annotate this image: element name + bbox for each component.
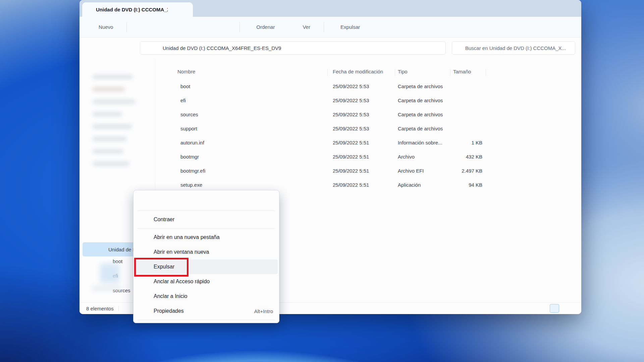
file-name: sources [180, 112, 198, 117]
copy-icon [152, 23, 159, 31]
search-box[interactable]: Buscar en Unidad de DVD (I:) CCCOMA_X... [452, 41, 575, 55]
dvd-drive-icon [145, 45, 151, 51]
file-name: bootmgr [180, 154, 199, 160]
context-menu-item-abrir-en-ventana-nueva[interactable]: Abrir en ventana nueva [135, 245, 278, 259]
column-header-type[interactable]: Tipo [398, 69, 408, 74]
redacted-sidebar-items [85, 67, 152, 183]
search-placeholder: Buscar en Unidad de DVD (I:) CCCOMA_X... [465, 45, 566, 51]
file-name: support [180, 126, 197, 131]
file-date: 25/09/2022 5:51 [327, 168, 395, 174]
file-size: 94 KB [450, 182, 486, 188]
file-icon [171, 112, 176, 117]
redacted-sidebar-item [85, 259, 135, 298]
column-header-name[interactable]: Nombre [177, 69, 195, 74]
paste-icon [170, 23, 177, 31]
column-header-date[interactable]: Fecha de modificación [333, 69, 383, 74]
file-type: Carpeta de archivos [395, 126, 450, 131]
list-view-icon [293, 23, 300, 31]
file-icon [171, 98, 176, 103]
paste-button[interactable] [167, 21, 181, 33]
context-menu-item-propiedades[interactable]: Propiedades Alt+Intro [135, 304, 278, 318]
file-icon [171, 168, 176, 174]
file-row[interactable]: support 25/09/2022 5:53 Carpeta de archi… [155, 121, 581, 135]
breadcrumb-path: Unidad de DVD (I:) CCCOMA_X64FRE_ES-ES_D… [163, 45, 423, 51]
refresh-button[interactable] [431, 42, 443, 54]
file-name: efi [180, 98, 186, 103]
more-options-button[interactable] [368, 21, 382, 33]
file-row[interactable]: bootmgr.efi 25/09/2022 5:51 Archivo EFI … [155, 164, 581, 178]
search-icon [456, 45, 462, 51]
cut-button[interactable] [130, 21, 144, 33]
new-tab-icon [141, 234, 148, 241]
context-menu-quick-actions [135, 192, 278, 209]
close-button[interactable] [563, 0, 579, 13]
file-date: 25/09/2022 5:51 [327, 154, 395, 160]
tab-close-icon[interactable] [180, 5, 189, 14]
context-menu-item-abrir-en-una-nueva-pesta-a[interactable]: Abrir en una nueva pestaña [135, 230, 278, 245]
file-type: Aplicación [395, 182, 450, 188]
collapse-icon [141, 216, 148, 223]
tab-bar: Unidad de DVD (I:) CCCOMA_X64FRE_ES-ES_D… [79, 0, 581, 17]
file-row[interactable]: efi 25/09/2022 5:53 Carpeta de archivos [155, 93, 581, 107]
large-icons-view-toggle[interactable] [560, 304, 570, 313]
command-toolbar: Nuevo Ordenar Ver [79, 17, 581, 38]
eject-button[interactable]: Expulsar [327, 21, 363, 33]
context-menu: Contraer Abrir en una nueva pestaña Abri… [133, 190, 279, 323]
file-name: bootmgr.efi [180, 168, 205, 174]
share-button[interactable] [204, 21, 218, 33]
address-dropdown-icon[interactable] [425, 46, 429, 50]
file-name: setup.exe [180, 182, 202, 188]
copy-button[interactable] [149, 21, 162, 33]
explorer-tab[interactable]: Unidad de DVD (I:) CCCOMA_X64FRE_ES-ES_D… [82, 2, 193, 17]
ellipsis-icon [371, 23, 378, 31]
file-row[interactable]: autorun.inf 25/09/2022 5:51 Información … [155, 135, 581, 149]
new-button[interactable]: Nuevo [86, 21, 123, 33]
wrench-icon [141, 308, 148, 315]
toolbar-separator [239, 22, 240, 32]
context-menu-item-contraer[interactable]: Contraer [135, 212, 278, 227]
forward-button[interactable] [97, 42, 110, 54]
plus-circle-icon [89, 23, 96, 31]
file-row[interactable]: bootmgr 25/09/2022 5:51 Archivo 432 KB [155, 149, 581, 164]
file-date: 25/09/2022 5:53 [327, 83, 395, 89]
copy-icon [141, 197, 148, 204]
rename-button[interactable] [185, 21, 199, 33]
new-tab-button[interactable] [198, 4, 209, 15]
file-date: 25/09/2022 5:51 [327, 182, 395, 188]
navigation-bar: Unidad de DVD (I:) CCCOMA_X64FRE_ES-ES_D… [79, 38, 581, 58]
toolbar-separator [324, 22, 324, 32]
breadcrumb-chevron-icon [153, 46, 157, 50]
sort-button[interactable]: Ordenar [243, 21, 285, 33]
address-bar[interactable]: Unidad de DVD (I:) CCCOMA_X64FRE_ES-ES_D… [140, 41, 446, 55]
dvd-drive-icon [86, 6, 93, 13]
context-menu-item-anclar-a-inicio[interactable]: Anclar a Inicio [135, 289, 278, 304]
desktop-wallpaper: Unidad de DVD (I:) CCCOMA_X64FRE_ES-ES_D… [0, 0, 644, 362]
details-view-toggle[interactable] [550, 304, 559, 313]
file-row[interactable]: setup.exe 25/09/2022 5:51 Aplicación 94 … [155, 178, 581, 192]
sort-arrows-icon [247, 23, 254, 31]
up-button[interactable] [122, 42, 135, 54]
minimize-button[interactable] [522, 0, 537, 13]
pin-icon [141, 293, 148, 300]
file-type: Carpeta de archivos [395, 98, 450, 103]
pin-icon [141, 278, 148, 285]
file-type: Información sobre... [395, 140, 450, 145]
file-type: Carpeta de archivos [395, 112, 450, 117]
maximize-button[interactable] [543, 0, 558, 13]
file-date: 25/09/2022 5:51 [327, 140, 395, 145]
new-window-icon [141, 249, 148, 256]
item-count: 8 elementos [86, 306, 114, 311]
file-row[interactable]: sources 25/09/2022 5:53 Carpeta de archi… [155, 107, 581, 121]
back-button[interactable] [84, 42, 97, 54]
delete-button[interactable] [222, 21, 236, 33]
view-button[interactable]: Ver [289, 21, 320, 33]
column-header-size[interactable]: Tamaño [453, 69, 471, 74]
file-icon [171, 83, 176, 89]
history-dropdown-button[interactable] [110, 42, 122, 54]
copy-button[interactable] [138, 194, 151, 207]
file-type: Carpeta de archivos [395, 83, 450, 89]
file-type: Archivo [395, 154, 450, 160]
file-row[interactable]: boot 25/09/2022 5:53 Carpeta de archivos [155, 79, 581, 93]
tab-title: Unidad de DVD (I:) CCCOMA_X64FRE_ES-ES_D… [96, 7, 168, 12]
file-date: 25/09/2022 5:53 [327, 126, 395, 131]
